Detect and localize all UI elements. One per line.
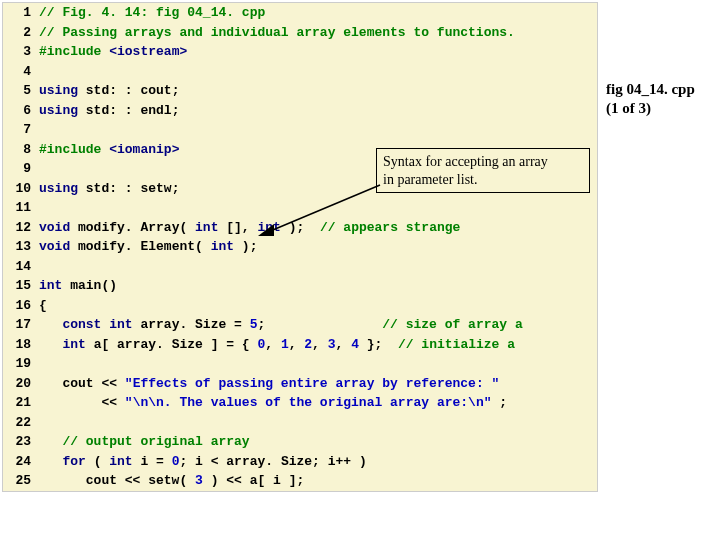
code-content: << "\n\n. The values of the original arr… — [39, 393, 597, 413]
token: for — [62, 454, 93, 469]
line-number: 2 — [3, 23, 39, 43]
token: ; i < array. Size; i++ ) — [179, 454, 366, 469]
code-block: 1// Fig. 4. 14: fig 04_14. cpp2// Passin… — [2, 2, 598, 492]
code-content: int a[ array. Size ] = { 0, 1, 2, 3, 4 }… — [39, 335, 597, 355]
code-line: 25 cout << setw( 3 ) << a[ i ]; — [3, 471, 597, 491]
line-number: 25 — [3, 471, 39, 491]
token: , — [265, 337, 281, 352]
code-line: 12void modify. Array( int [], int ); // … — [3, 218, 597, 238]
line-number: 15 — [3, 276, 39, 296]
code-content: void modify. Array( int [], int ); // ap… — [39, 218, 597, 238]
token: int — [195, 220, 226, 235]
token: const int — [62, 317, 140, 332]
line-number: 21 — [3, 393, 39, 413]
token: int — [109, 454, 140, 469]
token: "\n\n. The values of the original array … — [125, 395, 499, 410]
token: // Passing arrays and individual array e… — [39, 25, 515, 40]
line-number: 14 — [3, 257, 39, 277]
token: ); — [289, 220, 320, 235]
token: , — [289, 337, 305, 352]
token: , — [336, 337, 352, 352]
token: using — [39, 181, 86, 196]
token: 3 — [328, 337, 336, 352]
code-content: cout << "Effects of passing entire array… — [39, 374, 597, 394]
token: 4 — [351, 337, 359, 352]
line-number: 4 — [3, 62, 39, 82]
code-line: 7 — [3, 120, 597, 140]
line-number: 22 — [3, 413, 39, 433]
token: void — [39, 220, 78, 235]
line-number: 18 — [3, 335, 39, 355]
code-line: 18 int a[ array. Size ] = { 0, 1, 2, 3, … — [3, 335, 597, 355]
code-content: int main() — [39, 276, 597, 296]
token: // output original array — [62, 434, 249, 449]
token: // appears strange — [320, 220, 460, 235]
line-number: 16 — [3, 296, 39, 316]
code-line: 14 — [3, 257, 597, 277]
token — [39, 434, 62, 449]
token: ; — [257, 317, 382, 332]
token — [39, 454, 62, 469]
token: int — [62, 337, 93, 352]
line-number: 8 — [3, 140, 39, 160]
token: { — [39, 298, 47, 313]
token: modify. Array( — [78, 220, 195, 235]
code-line: 16{ — [3, 296, 597, 316]
code-content: for ( int i = 0; i < array. Size; i++ ) — [39, 452, 597, 472]
code-content: using std: : cout; — [39, 81, 597, 101]
line-number: 5 — [3, 81, 39, 101]
code-line: 22 — [3, 413, 597, 433]
code-content: cout << setw( 3 ) << a[ i ]; — [39, 471, 597, 491]
code-line: 20 cout << "Effects of passing entire ar… — [3, 374, 597, 394]
token: #include — [39, 44, 109, 59]
code-line: 4 — [3, 62, 597, 82]
code-line: 19 — [3, 354, 597, 374]
token: , — [312, 337, 328, 352]
code-content: void modify. Element( int ); — [39, 237, 597, 257]
code-content — [39, 120, 597, 140]
code-content — [39, 413, 597, 433]
line-number: 9 — [3, 159, 39, 179]
line-number: 1 — [3, 3, 39, 23]
line-number: 20 — [3, 374, 39, 394]
token: using — [39, 83, 86, 98]
line-number: 17 — [3, 315, 39, 335]
token: std: : setw; — [86, 181, 180, 196]
line-number: 6 — [3, 101, 39, 121]
file-title: fig 04_14. cpp — [606, 80, 695, 99]
page: 1// Fig. 4. 14: fig 04_14. cpp2// Passin… — [0, 0, 720, 540]
token: ( — [94, 454, 110, 469]
token: ) << a[ i ]; — [203, 473, 304, 488]
token: int — [211, 239, 242, 254]
code-line: 5using std: : cout; — [3, 81, 597, 101]
token: using — [39, 103, 86, 118]
token: array. Size = — [140, 317, 249, 332]
token: cout << — [39, 376, 125, 391]
token: int — [39, 278, 70, 293]
token: // Fig. 4. 14: fig 04_14. cpp — [39, 5, 265, 20]
code-line: 6using std: : endl; — [3, 101, 597, 121]
code-line: 11 — [3, 198, 597, 218]
token: // initialize a — [398, 337, 515, 352]
token: #include — [39, 142, 109, 157]
token: 1 — [281, 337, 289, 352]
token: a[ array. Size ] = { — [94, 337, 258, 352]
code-content: #include <iostream> — [39, 42, 597, 62]
token: main() — [70, 278, 117, 293]
code-content: using std: : endl; — [39, 101, 597, 121]
token: int — [257, 220, 288, 235]
token: cout << setw( — [39, 473, 195, 488]
line-number: 3 — [3, 42, 39, 62]
token: [], — [226, 220, 257, 235]
line-number: 12 — [3, 218, 39, 238]
code-content — [39, 354, 597, 374]
code-content: // Fig. 4. 14: fig 04_14. cpp — [39, 3, 597, 23]
code-line: 15int main() — [3, 276, 597, 296]
token: // size of array a — [382, 317, 522, 332]
token: 3 — [195, 473, 203, 488]
code-content: { — [39, 296, 597, 316]
token: void — [39, 239, 78, 254]
line-number: 11 — [3, 198, 39, 218]
code-line: 13void modify. Element( int ); — [3, 237, 597, 257]
line-number: 7 — [3, 120, 39, 140]
